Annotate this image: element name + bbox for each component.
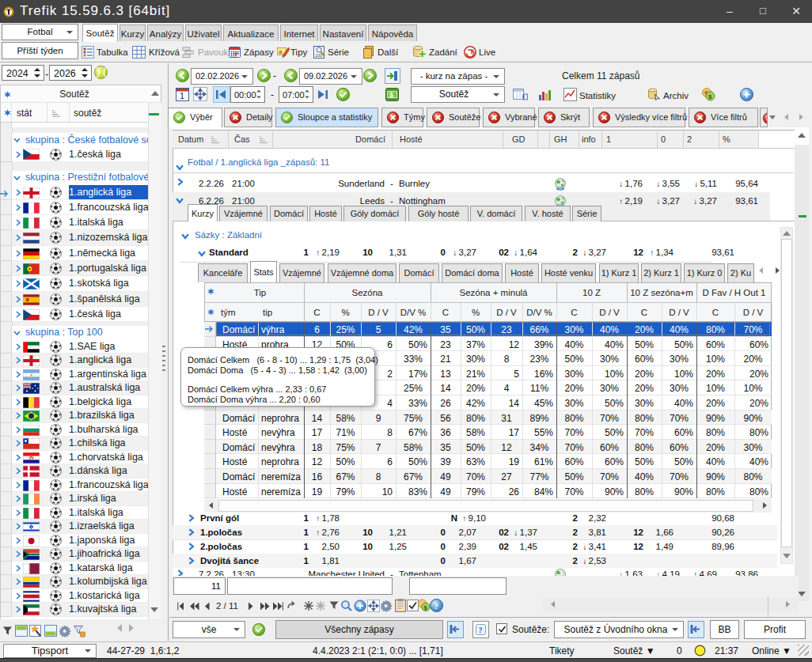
- svg-text:?: ?: [434, 601, 439, 611]
- svg-text:?: ?: [479, 626, 483, 634]
- svg-text:$: $: [389, 91, 393, 99]
- svg-text:$: $: [708, 93, 712, 100]
- svg-text:1: 1: [180, 91, 184, 100]
- svg-text:a: a: [279, 48, 283, 55]
